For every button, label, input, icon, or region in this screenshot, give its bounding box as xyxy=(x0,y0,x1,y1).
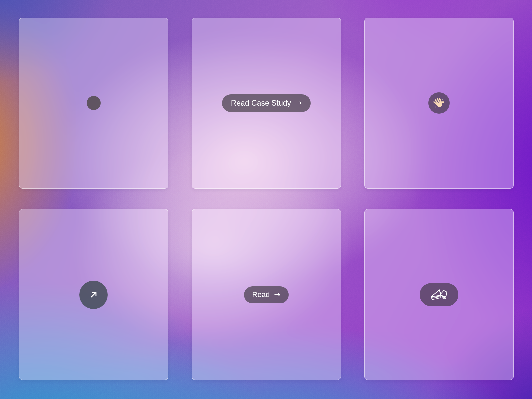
card-case-study[interactable]: Read Case Study → xyxy=(192,18,341,189)
card-dot[interactable] xyxy=(19,18,168,189)
read-case-study-label: Read Case Study xyxy=(231,99,291,107)
card-arrow[interactable] xyxy=(19,209,168,380)
arrow-right-icon: → xyxy=(274,291,280,298)
waving-hand-button[interactable] xyxy=(428,92,450,114)
card-wave[interactable] xyxy=(364,18,514,189)
read-case-study-button[interactable]: Read Case Study → xyxy=(222,94,311,112)
open-link-button[interactable] xyxy=(79,281,108,309)
read-button[interactable]: Read → xyxy=(244,286,289,303)
dot-indicator xyxy=(87,96,101,110)
arrow-right-icon: → xyxy=(295,99,302,107)
doodle-arrow-button[interactable] xyxy=(420,283,458,306)
arrow-up-right-icon xyxy=(88,289,99,300)
card-read[interactable]: Read → xyxy=(192,209,341,380)
read-label: Read xyxy=(252,291,270,298)
waving-hand-emoji-icon xyxy=(433,97,445,109)
doodle-arrow-icon xyxy=(429,287,449,302)
card-grid: Read Case Study → xyxy=(19,18,514,380)
card-doodle[interactable] xyxy=(364,209,514,380)
